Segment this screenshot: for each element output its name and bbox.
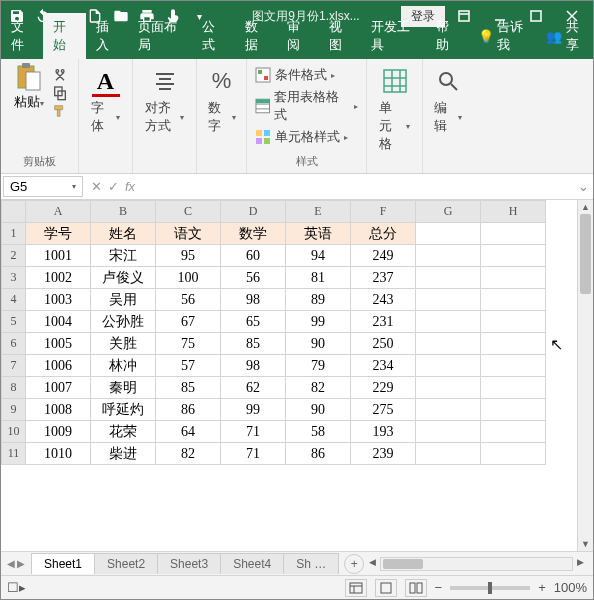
cell[interactable]: 249 [351, 245, 416, 267]
paste-button[interactable]: 粘贴▾ [10, 63, 48, 111]
cell[interactable]: 82 [156, 443, 221, 465]
cell[interactable]: 秦明 [91, 377, 156, 399]
tab-dev[interactable]: 开发工具 [361, 13, 426, 59]
spreadsheet-table[interactable]: ABCDEFGH1学号姓名语文数学英语总分21001宋江956094249310… [1, 200, 546, 465]
row-header[interactable]: 11 [2, 443, 26, 465]
cell[interactable]: 62 [221, 377, 286, 399]
row-header[interactable]: 6 [2, 333, 26, 355]
sheet-tab[interactable]: Sh … [283, 553, 339, 574]
cell[interactable]: 公孙胜 [91, 311, 156, 333]
cell[interactable]: 71 [221, 421, 286, 443]
cell[interactable]: 250 [351, 333, 416, 355]
cell[interactable]: 75 [156, 333, 221, 355]
cell[interactable]: 1005 [26, 333, 91, 355]
fx-icon[interactable]: fx [125, 179, 135, 194]
row-header[interactable]: 3 [2, 267, 26, 289]
cell[interactable]: 85 [156, 377, 221, 399]
page-break-view-icon[interactable] [405, 579, 427, 597]
record-macro-icon[interactable]: ☐▸ [7, 580, 26, 595]
share-button[interactable]: 👥共享 [538, 13, 593, 59]
cell[interactable]: 99 [221, 399, 286, 421]
tab-view[interactable]: 视图 [319, 13, 361, 59]
tab-home[interactable]: 开始 [43, 13, 85, 59]
cell[interactable]: 229 [351, 377, 416, 399]
row-header[interactable]: 10 [2, 421, 26, 443]
cell[interactable]: 100 [156, 267, 221, 289]
zoom-level[interactable]: 100% [554, 580, 587, 595]
cell[interactable]: 1007 [26, 377, 91, 399]
tab-review[interactable]: 审阅 [277, 13, 319, 59]
fx-confirm-icon[interactable]: ✓ [108, 179, 119, 194]
cell[interactable]: 275 [351, 399, 416, 421]
editing-button[interactable]: 编辑▾ [428, 63, 468, 139]
tab-file[interactable]: 文件 [1, 13, 43, 59]
number-button[interactable]: % 数字▾ [202, 63, 242, 139]
cell[interactable]: 58 [286, 421, 351, 443]
sheet-tab[interactable]: Sheet4 [220, 553, 284, 574]
vertical-scrollbar[interactable]: ▲ ▼ [577, 200, 593, 551]
cell[interactable]: 吴用 [91, 289, 156, 311]
cell[interactable]: 94 [286, 245, 351, 267]
cell[interactable]: 99 [286, 311, 351, 333]
copy-icon[interactable] [50, 85, 70, 101]
col-header[interactable]: C [156, 201, 221, 223]
tab-help[interactable]: 帮助 [426, 13, 468, 59]
cell-style-button[interactable]: 单元格样式▸ [253, 127, 360, 147]
row-header[interactable]: 2 [2, 245, 26, 267]
cell[interactable]: 71 [221, 443, 286, 465]
name-box[interactable]: G5▾ [3, 176, 83, 197]
cell[interactable]: 239 [351, 443, 416, 465]
cell[interactable]: 1006 [26, 355, 91, 377]
cell[interactable]: 1004 [26, 311, 91, 333]
cell[interactable]: 宋江 [91, 245, 156, 267]
table-header-cell[interactable]: 学号 [26, 223, 91, 245]
align-button[interactable]: 对齐方式▾ [139, 63, 190, 139]
cell[interactable]: 90 [286, 399, 351, 421]
horizontal-scrollbar[interactable]: ◀ ▶ [380, 557, 573, 571]
tab-insert[interactable]: 插入 [86, 13, 128, 59]
cell[interactable]: 85 [221, 333, 286, 355]
col-header[interactable]: G [416, 201, 481, 223]
cell[interactable]: 56 [221, 267, 286, 289]
formula-input[interactable] [141, 178, 573, 196]
cell[interactable]: 86 [156, 399, 221, 421]
col-header[interactable]: H [481, 201, 546, 223]
row-header[interactable]: 1 [2, 223, 26, 245]
cells-button[interactable]: 单元格▾ [373, 63, 416, 157]
col-header[interactable]: D [221, 201, 286, 223]
cell[interactable]: 98 [221, 355, 286, 377]
scroll-thumb[interactable] [580, 214, 591, 294]
col-header[interactable]: B [91, 201, 156, 223]
fx-cancel-icon[interactable]: ✕ [91, 179, 102, 194]
cell[interactable]: 95 [156, 245, 221, 267]
scroll-down-icon[interactable]: ▼ [578, 537, 593, 551]
sheet-nav[interactable]: ◀▶ [1, 558, 31, 569]
cell[interactable]: 86 [286, 443, 351, 465]
cell[interactable]: 193 [351, 421, 416, 443]
add-sheet-button[interactable]: + [344, 554, 364, 574]
sheet-tab[interactable]: Sheet2 [94, 553, 158, 574]
cut-icon[interactable] [50, 67, 70, 83]
cell[interactable]: 81 [286, 267, 351, 289]
tab-data[interactable]: 数据 [235, 13, 277, 59]
cell[interactable]: 林冲 [91, 355, 156, 377]
cell[interactable]: 花荣 [91, 421, 156, 443]
font-button[interactable]: A 字体▾ [85, 63, 126, 139]
cell[interactable]: 1002 [26, 267, 91, 289]
zoom-slider[interactable] [450, 586, 530, 590]
normal-view-icon[interactable] [345, 579, 367, 597]
page-layout-view-icon[interactable] [375, 579, 397, 597]
cell[interactable]: 1001 [26, 245, 91, 267]
sheet-tab[interactable]: Sheet1 [31, 553, 95, 574]
cell[interactable]: 98 [221, 289, 286, 311]
col-header[interactable]: A [26, 201, 91, 223]
cell[interactable]: 柴进 [91, 443, 156, 465]
cell[interactable]: 234 [351, 355, 416, 377]
cell[interactable]: 231 [351, 311, 416, 333]
conditional-format-button[interactable]: 条件格式▸ [253, 65, 360, 85]
hscroll-thumb[interactable] [383, 559, 423, 569]
row-header[interactable]: 5 [2, 311, 26, 333]
cell[interactable]: 1010 [26, 443, 91, 465]
zoom-out-button[interactable]: − [435, 580, 443, 595]
col-header[interactable]: E [286, 201, 351, 223]
